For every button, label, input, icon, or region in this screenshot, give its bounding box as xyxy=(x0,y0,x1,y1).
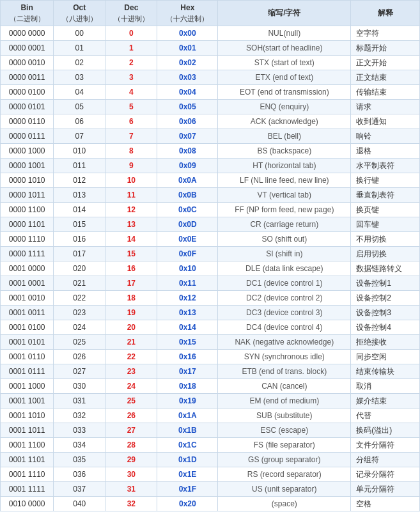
cell-hex: 0x0F xyxy=(157,246,218,261)
cell-dec: 4 xyxy=(105,84,157,99)
cell-dec: 30 xyxy=(105,467,157,481)
table-row: 0000 100101190x09HT (horizontal tab)水平制表… xyxy=(1,158,420,173)
cell-oct: 040 xyxy=(54,496,105,511)
cell-bin: 0000 0000 xyxy=(1,26,54,40)
cell-bin: 0000 0110 xyxy=(1,114,54,128)
cell-meaning: 拒绝接收 xyxy=(351,334,420,349)
cell-bin: 0001 1101 xyxy=(1,452,54,467)
cell-oct: 06 xyxy=(54,114,105,128)
header-abbr: 缩写/字符 xyxy=(218,1,351,26)
cell-bin: 0000 1000 xyxy=(1,143,54,158)
cell-dec: 16 xyxy=(105,261,157,276)
cell-abbr: ESC (escape) xyxy=(218,423,351,437)
cell-dec: 23 xyxy=(105,364,157,378)
cell-hex: 0x05 xyxy=(157,99,218,114)
cell-abbr: DC3 (device control 3) xyxy=(218,305,351,320)
cell-meaning: 不用切换 xyxy=(351,231,420,246)
cell-hex: 0x1F xyxy=(157,481,218,496)
cell-abbr: ETX (end of text) xyxy=(218,70,351,84)
cell-oct: 015 xyxy=(54,217,105,231)
cell-hex: 0x1A xyxy=(157,408,218,423)
cell-oct: 032 xyxy=(54,408,105,423)
cell-oct: 017 xyxy=(54,246,105,261)
cell-bin: 0000 0101 xyxy=(1,99,54,114)
cell-hex: 0x00 xyxy=(157,26,218,40)
cell-oct: 021 xyxy=(54,276,105,290)
table-row: 0001 0101025210x15NAK (negative acknowle… xyxy=(1,334,420,349)
cell-dec: 0 xyxy=(105,26,157,40)
cell-dec: 11 xyxy=(105,187,157,202)
cell-dec: 26 xyxy=(105,408,157,423)
cell-meaning: 空格 xyxy=(351,496,420,511)
cell-abbr: US (unit separator) xyxy=(218,481,351,496)
cell-abbr: RS (record separator) xyxy=(218,467,351,481)
cell-meaning: 代替 xyxy=(351,408,420,423)
cell-oct: 010 xyxy=(54,143,105,158)
table-row: 0001 1110036300x1ERS (record separator)记… xyxy=(1,467,420,481)
cell-hex: 0x10 xyxy=(157,261,218,276)
table-row: 0001 0001021170x11DC1 (device control 1)… xyxy=(1,276,420,290)
ascii-table: Bin （二进制） Oct （八进制） Dec （十进制） Hex （十六进制）… xyxy=(0,0,420,511)
cell-dec: 29 xyxy=(105,452,157,467)
cell-hex: 0x11 xyxy=(157,276,218,290)
cell-hex: 0x1E xyxy=(157,467,218,481)
cell-bin: 0001 0101 xyxy=(1,334,54,349)
table-row: 0000 1010012100x0ALF (NL line feed, new … xyxy=(1,173,420,187)
cell-oct: 027 xyxy=(54,364,105,378)
cell-bin: 0001 0001 xyxy=(1,276,54,290)
table-row: 0000 01000440x04EOT (end of transmission… xyxy=(1,84,420,99)
cell-hex: 0x01 xyxy=(157,40,218,55)
table-row: 0000 1011013110x0BVT (vertical tab)垂直制表符 xyxy=(1,187,420,202)
table-row: 0001 0010022180x12DC2 (device control 2)… xyxy=(1,290,420,305)
cell-dec: 31 xyxy=(105,481,157,496)
cell-meaning: 换码(溢出) xyxy=(351,423,420,437)
cell-meaning: 换页键 xyxy=(351,202,420,217)
cell-oct: 023 xyxy=(54,305,105,320)
cell-dec: 18 xyxy=(105,290,157,305)
cell-bin: 0001 0011 xyxy=(1,305,54,320)
cell-dec: 3 xyxy=(105,70,157,84)
cell-abbr: NAK (negative acknowledge) xyxy=(218,334,351,349)
cell-meaning: 设备控制1 xyxy=(351,276,420,290)
header-oct: Oct （八进制） xyxy=(54,1,105,26)
cell-dec: 22 xyxy=(105,349,157,364)
cell-abbr: FS (file separator) xyxy=(218,437,351,452)
cell-abbr: ACK (acknowledge) xyxy=(218,114,351,128)
cell-dec: 15 xyxy=(105,246,157,261)
cell-meaning: 设备控制4 xyxy=(351,320,420,334)
cell-dec: 1 xyxy=(105,40,157,55)
cell-bin: 0001 0100 xyxy=(1,320,54,334)
cell-hex: 0x18 xyxy=(157,378,218,393)
cell-abbr: SO (shift out) xyxy=(218,231,351,246)
cell-bin: 0000 0100 xyxy=(1,84,54,99)
cell-abbr: ENQ (enquiry) xyxy=(218,99,351,114)
cell-hex: 0x14 xyxy=(157,320,218,334)
cell-dec: 20 xyxy=(105,320,157,334)
cell-oct: 030 xyxy=(54,378,105,393)
cell-oct: 05 xyxy=(54,99,105,114)
cell-meaning: 请求 xyxy=(351,99,420,114)
cell-meaning: 标题开始 xyxy=(351,40,420,55)
cell-bin: 0001 0111 xyxy=(1,364,54,378)
cell-oct: 022 xyxy=(54,290,105,305)
table-row: 0001 1001031250x19EM (end of medium)媒介结束 xyxy=(1,393,420,408)
cell-hex: 0x0A xyxy=(157,173,218,187)
cell-abbr: EM (end of medium) xyxy=(218,393,351,408)
cell-oct: 02 xyxy=(54,55,105,70)
cell-bin: 0000 1001 xyxy=(1,158,54,173)
cell-meaning: 回车键 xyxy=(351,217,420,231)
cell-oct: 036 xyxy=(54,467,105,481)
cell-hex: 0x1D xyxy=(157,452,218,467)
cell-bin: 0010 0000 xyxy=(1,496,54,511)
cell-dec: 9 xyxy=(105,158,157,173)
cell-oct: 012 xyxy=(54,173,105,187)
cell-oct: 011 xyxy=(54,158,105,173)
cell-bin: 0000 1110 xyxy=(1,231,54,246)
cell-abbr: DC4 (device control 4) xyxy=(218,320,351,334)
cell-meaning: 设备控制2 xyxy=(351,290,420,305)
table-header-row: Bin （二进制） Oct （八进制） Dec （十进制） Hex （十六进制）… xyxy=(1,1,420,26)
cell-abbr: DC2 (device control 2) xyxy=(218,290,351,305)
cell-oct: 037 xyxy=(54,481,105,496)
cell-meaning: 数据链路转义 xyxy=(351,261,420,276)
table-row: 0000 1101015130x0DCR (carriage return)回车… xyxy=(1,217,420,231)
